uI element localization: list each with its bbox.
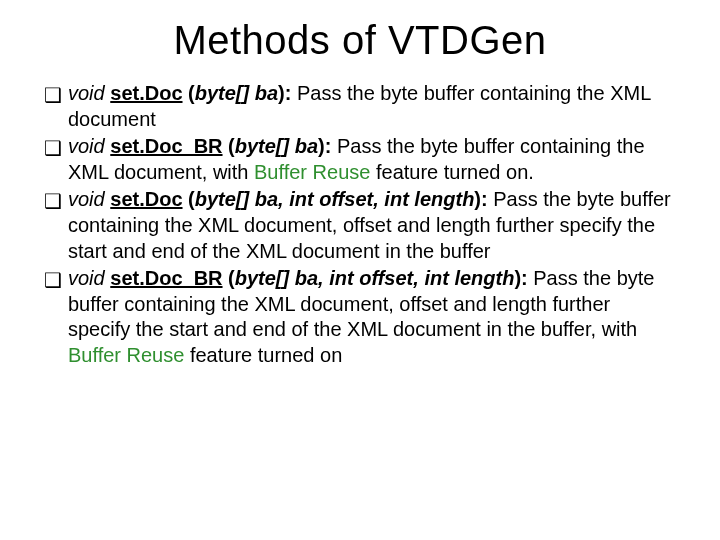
method-name: set.Doc_BR: [110, 135, 222, 157]
method-name: set.Doc: [110, 188, 182, 210]
bullet-icon: ❑: [44, 134, 68, 162]
list-item: ❑ void set.Doc (byte[] ba): Pass the byt…: [44, 81, 676, 132]
paren-close: ):: [278, 82, 291, 104]
method-params: byte[] ba: [235, 135, 318, 157]
list-item-content: void set.Doc (byte[] ba, int offset, int…: [68, 187, 676, 264]
method-desc-tail: feature turned on: [184, 344, 342, 366]
list-item-content: void set.Doc_BR (byte[] ba, int offset, …: [68, 266, 676, 368]
highlight-term: Buffer Reuse: [68, 344, 184, 366]
list-item-content: void set.Doc (byte[] ba): Pass the byte …: [68, 81, 676, 132]
paren-open: (: [223, 135, 235, 157]
list-item: ❑ void set.Doc (byte[] ba, int offset, i…: [44, 187, 676, 264]
method-params: byte[] ba, int offset, int length: [235, 267, 515, 289]
list-item-content: void set.Doc_BR (byte[] ba): Pass the by…: [68, 134, 676, 185]
list-item: ❑ void set.Doc_BR (byte[] ba): Pass the …: [44, 134, 676, 185]
bullet-icon: ❑: [44, 187, 68, 215]
paren-open: (: [183, 188, 195, 210]
bullet-icon: ❑: [44, 81, 68, 109]
method-return-type: void: [68, 267, 105, 289]
method-params: byte[] ba: [195, 82, 278, 104]
method-return-type: void: [68, 135, 105, 157]
method-return-type: void: [68, 188, 105, 210]
method-name: set.Doc: [110, 82, 182, 104]
method-name: set.Doc_BR: [110, 267, 222, 289]
list-item: ❑ void set.Doc_BR (byte[] ba, int offset…: [44, 266, 676, 368]
method-desc-tail: feature turned on.: [370, 161, 533, 183]
slide-title: Methods of VTDGen: [44, 18, 676, 63]
method-return-type: void: [68, 82, 105, 104]
highlight-term: Buffer Reuse: [254, 161, 370, 183]
paren-close: ):: [514, 267, 527, 289]
bullet-icon: ❑: [44, 266, 68, 294]
paren-open: (: [183, 82, 195, 104]
paren-close: ):: [318, 135, 331, 157]
paren-close: ):: [474, 188, 487, 210]
method-list: ❑ void set.Doc (byte[] ba): Pass the byt…: [44, 81, 676, 369]
method-params: byte[] ba, int offset, int length: [195, 188, 475, 210]
paren-open: (: [223, 267, 235, 289]
